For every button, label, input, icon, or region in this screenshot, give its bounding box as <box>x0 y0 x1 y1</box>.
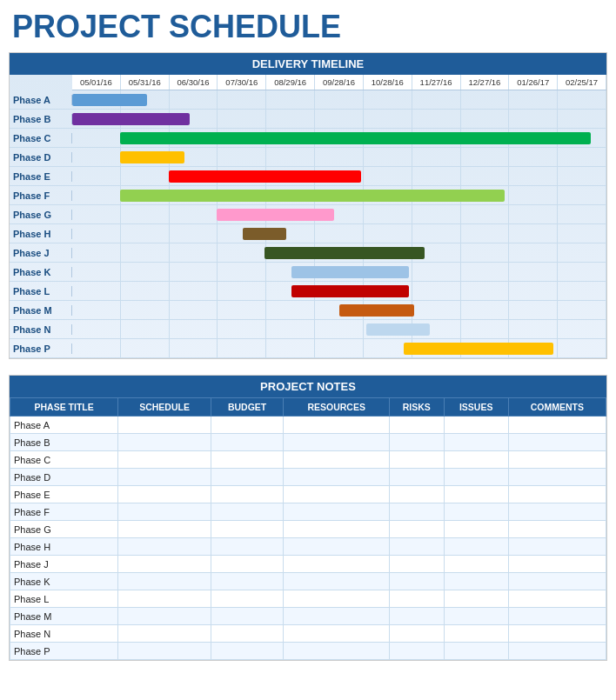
notes-cell[interactable] <box>211 503 284 521</box>
notes-cell[interactable] <box>284 451 389 469</box>
notes-cell[interactable] <box>508 643 606 660</box>
notes-cell[interactable] <box>389 625 444 643</box>
notes-cell[interactable] <box>389 608 444 625</box>
gantt-bars-area <box>72 186 606 204</box>
notes-cell[interactable] <box>211 573 284 590</box>
notes-cell[interactable] <box>211 469 284 486</box>
table-row: Phase F <box>10 503 606 521</box>
notes-cell[interactable] <box>444 556 508 573</box>
notes-cell[interactable] <box>389 590 444 608</box>
notes-cell[interactable] <box>508 608 606 625</box>
notes-cell[interactable] <box>211 486 284 503</box>
notes-cell[interactable] <box>444 608 508 625</box>
notes-cell[interactable] <box>508 503 606 521</box>
notes-cell[interactable] <box>118 538 211 556</box>
notes-cell[interactable] <box>284 608 389 625</box>
notes-cell[interactable] <box>211 521 284 538</box>
notes-cell[interactable] <box>211 556 284 573</box>
notes-cell[interactable] <box>389 451 444 469</box>
notes-cell[interactable] <box>444 434 508 451</box>
notes-cell[interactable] <box>118 643 211 660</box>
notes-cell[interactable] <box>508 521 606 538</box>
notes-cell[interactable] <box>508 573 606 590</box>
gantt-bars-area <box>72 301 606 319</box>
notes-cell[interactable] <box>508 417 606 434</box>
notes-cell[interactable] <box>211 590 284 608</box>
notes-cell[interactable] <box>118 417 211 434</box>
notes-cell[interactable] <box>389 417 444 434</box>
notes-cell[interactable] <box>118 625 211 643</box>
notes-cell[interactable] <box>284 469 389 486</box>
gantt-row: Phase M <box>10 301 606 320</box>
notes-cell[interactable] <box>118 503 211 521</box>
notes-cell[interactable] <box>508 434 606 451</box>
notes-cell[interactable] <box>508 556 606 573</box>
notes-cell[interactable] <box>444 625 508 643</box>
notes-cell[interactable] <box>508 486 606 503</box>
gantt-bars-area <box>72 339 606 357</box>
notes-cell[interactable] <box>284 625 389 643</box>
notes-cell[interactable] <box>508 469 606 486</box>
notes-cell[interactable] <box>508 538 606 556</box>
notes-cell[interactable] <box>508 451 606 469</box>
notes-cell[interactable] <box>211 608 284 625</box>
gantt-chart: 05/01/1605/31/1606/30/1607/30/1608/29/16… <box>10 75 606 358</box>
notes-cell[interactable] <box>389 573 444 590</box>
gantt-bar <box>72 113 190 125</box>
notes-cell[interactable] <box>211 538 284 556</box>
notes-cell[interactable] <box>211 417 284 434</box>
notes-cell[interactable] <box>284 538 389 556</box>
notes-cell[interactable] <box>389 521 444 538</box>
notes-cell[interactable] <box>389 469 444 486</box>
notes-cell[interactable] <box>444 538 508 556</box>
notes-cell[interactable] <box>389 556 444 573</box>
notes-cell[interactable] <box>284 521 389 538</box>
notes-cell[interactable] <box>118 451 211 469</box>
notes-cell[interactable] <box>118 521 211 538</box>
notes-col-header: COMMENTS <box>508 398 606 417</box>
notes-cell[interactable] <box>444 486 508 503</box>
notes-cell[interactable] <box>118 434 211 451</box>
notes-cell[interactable] <box>389 434 444 451</box>
gantt-date-cell: 10/28/16 <box>364 75 412 90</box>
notes-cell[interactable] <box>211 451 284 469</box>
notes-cell[interactable] <box>211 434 284 451</box>
notes-cell[interactable] <box>118 573 211 590</box>
notes-cell[interactable] <box>389 503 444 521</box>
notes-cell[interactable] <box>444 521 508 538</box>
notes-cell[interactable] <box>284 486 389 503</box>
notes-cell[interactable] <box>389 643 444 660</box>
phase-title-cell: Phase H <box>10 538 118 556</box>
notes-cell[interactable] <box>508 590 606 608</box>
notes-cell[interactable] <box>444 503 508 521</box>
notes-cell[interactable] <box>444 573 508 590</box>
notes-cell[interactable] <box>284 417 389 434</box>
notes-cell[interactable] <box>284 573 389 590</box>
notes-cell[interactable] <box>118 469 211 486</box>
notes-cell[interactable] <box>284 503 389 521</box>
notes-cell[interactable] <box>118 556 211 573</box>
notes-cell[interactable] <box>444 590 508 608</box>
table-row: Phase B <box>10 434 606 451</box>
notes-cell[interactable] <box>444 451 508 469</box>
table-row: Phase D <box>10 469 606 486</box>
notes-cell[interactable] <box>284 643 389 660</box>
notes-cell[interactable] <box>444 643 508 660</box>
notes-cell[interactable] <box>444 417 508 434</box>
table-row: Phase E <box>10 486 606 503</box>
table-row: Phase J <box>10 556 606 573</box>
notes-cell[interactable] <box>444 469 508 486</box>
notes-cell[interactable] <box>389 538 444 556</box>
notes-cell[interactable] <box>118 608 211 625</box>
gantt-date-cell: 07/30/16 <box>218 75 266 90</box>
notes-cell[interactable] <box>284 556 389 573</box>
gantt-row: Phase E <box>10 167 606 186</box>
notes-cell[interactable] <box>211 643 284 660</box>
notes-cell[interactable] <box>211 625 284 643</box>
notes-cell[interactable] <box>508 625 606 643</box>
notes-cell[interactable] <box>284 434 389 451</box>
notes-cell[interactable] <box>118 486 211 503</box>
notes-cell[interactable] <box>118 590 211 608</box>
notes-cell[interactable] <box>389 486 444 503</box>
notes-cell[interactable] <box>284 590 389 608</box>
